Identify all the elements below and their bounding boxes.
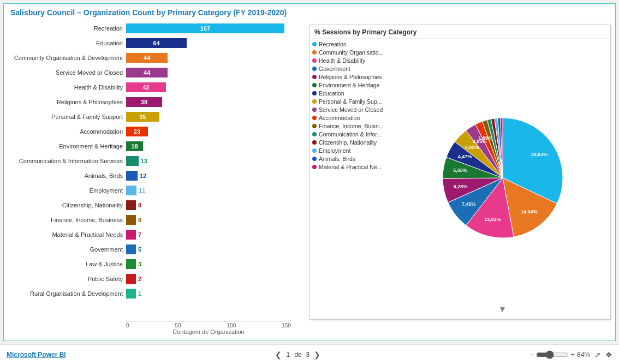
bar-wrap: 5 <box>126 244 293 254</box>
pie-dropdown-icon[interactable]: ▼ <box>498 305 507 314</box>
bar-row: Citizenship, Nationality8 <box>6 198 293 212</box>
bar-row: Religions & Philosophies38 <box>6 95 293 109</box>
zoom-plus[interactable]: + <box>571 351 575 359</box>
legend-dot <box>312 75 317 79</box>
bar-label: Public Safety <box>6 276 126 282</box>
bar-wrap: 8 <box>126 215 293 225</box>
next-page-button[interactable]: ❯ <box>314 350 320 359</box>
bar-row: Employment11 <box>6 183 293 198</box>
legend-dot <box>312 91 317 96</box>
legend-item: Finance, Income, Busin... <box>312 123 392 129</box>
bar-wrap: 44 <box>126 68 293 77</box>
bar-value-label: 18 <box>132 143 138 150</box>
pie-pct-label: 4,02% <box>465 144 479 150</box>
bar: 35 <box>126 112 159 122</box>
bar-row: Recreation167 <box>6 21 293 35</box>
pie-pct-label: 12,82% <box>484 217 501 222</box>
legend-dot <box>312 140 317 145</box>
main-content: Recreation167Education64Community Organi… <box>4 19 615 336</box>
bar: 12 <box>126 171 138 181</box>
bar-wrap: 167 <box>126 23 293 33</box>
chart-container: Salisbury Council – Organization Count b… <box>3 3 616 341</box>
brand-link[interactable]: Microsoft Power BI <box>7 351 66 359</box>
pie-pct-label: 1,89% <box>478 135 492 140</box>
bar-chart-area: Recreation167Education64Community Organi… <box>4 19 293 336</box>
legend-dot <box>312 165 317 169</box>
legend-text: Government <box>319 65 350 72</box>
bar-value-label: 13 <box>141 158 147 164</box>
bar-value-label: 12 <box>140 172 146 179</box>
legend-text: Employment <box>319 147 350 154</box>
outer-container: Salisbury Council – Organization Count b… <box>0 0 619 364</box>
bar-wrap: 42 <box>126 82 293 92</box>
bar: 7 <box>126 230 136 240</box>
bar-value-label: 38 <box>141 99 147 105</box>
legend-dot <box>312 67 317 71</box>
bar-label: Material & Practical Needs <box>6 231 126 238</box>
bar-row: Communication & Information Services13 <box>6 154 293 168</box>
bar-wrap: 7 <box>126 230 293 240</box>
legend-dot <box>312 42 317 46</box>
pie-pct-label: 7,45% <box>462 201 476 207</box>
legend-item: Accommodation <box>312 115 392 121</box>
legend-item: Health & Disability <box>312 57 392 64</box>
bar-row: Accommodation23 <box>6 124 293 139</box>
bar: 5 <box>126 244 136 254</box>
bar-value-label: 23 <box>134 128 140 135</box>
bar-row: Environment & Heritage18 <box>6 139 293 153</box>
bar-row: Health & Disability42 <box>6 80 293 94</box>
share-icon[interactable]: ➚ <box>594 350 601 359</box>
legend-text: Recreation <box>319 41 347 47</box>
bar-wrap: 23 <box>126 127 293 136</box>
bar-label: Law & Justice <box>6 261 126 267</box>
legend-item: Environment & Heritage <box>312 82 392 88</box>
pie-pct-label: 30,63% <box>531 152 547 157</box>
bar-wrap: 2 <box>126 274 293 284</box>
bar-label: Environment & Heritage <box>6 143 126 150</box>
legend-text: Communication & Infor... <box>319 131 382 138</box>
x-tick: 0 <box>126 323 129 329</box>
total-pages: 3 <box>306 351 310 359</box>
bar: 167 <box>126 23 284 33</box>
legend-dot <box>312 99 317 104</box>
legend-item: Education <box>312 90 392 97</box>
bar-row: Law & Justice3 <box>6 257 293 271</box>
bar-label: Accommodation <box>6 128 126 135</box>
legend-dot <box>312 116 317 120</box>
pie-card-title: % Sessions by Primary Category <box>310 25 610 39</box>
bar-label: Government <box>6 246 126 253</box>
bar-value-label: 44 <box>144 55 150 61</box>
bar-row: Community Organisation & Development44 <box>6 51 293 65</box>
pie-pct-label: 6,28% <box>453 184 467 189</box>
bar-value-label: 8 <box>138 202 141 208</box>
pie-card: % Sessions by Primary Category Recreatio… <box>310 25 611 320</box>
fullscreen-icon[interactable]: ❖ <box>605 350 612 359</box>
bar-wrap: 12 <box>126 171 293 181</box>
bar-value-label: 2 <box>138 276 141 282</box>
footer: Microsoft Power BI ❮ 1 de 3 ❯ − + 84% ➚ … <box>0 344 619 364</box>
zoom-slider[interactable] <box>536 350 569 359</box>
bar-wrap: 3 <box>126 259 293 269</box>
bar-label: Education <box>6 40 126 46</box>
zoom-minus[interactable]: − <box>530 351 534 359</box>
legend-item: Animals, Birds <box>312 156 392 162</box>
legend-text: Personal & Family Sup... <box>319 98 382 105</box>
bar-label: Finance, Income, Business <box>6 217 126 223</box>
prev-page-button[interactable]: ❮ <box>275 350 282 359</box>
bar-label: Communication & Information Services <box>6 158 126 164</box>
bar-value-label: 3 <box>138 261 141 267</box>
legend-dot <box>312 83 317 87</box>
x-tick: 150 <box>282 323 291 329</box>
pie-pct-label: 5,50% <box>453 167 467 172</box>
bar: 18 <box>126 141 143 151</box>
bar-label: Service Moved or Closed <box>6 69 126 76</box>
pagination: ❮ 1 de 3 ❯ <box>275 350 320 359</box>
bar-row: Personal & Family Support35 <box>6 110 293 124</box>
legend-text: Animals, Birds <box>319 156 355 162</box>
bar: 1 <box>126 289 136 299</box>
bar: 44 <box>126 53 168 63</box>
legend-dot <box>312 157 317 161</box>
pie-card-body: RecreationCommunity Organisatio...Health… <box>310 39 610 317</box>
bar-value-label: 64 <box>153 40 159 46</box>
bar-wrap: 11 <box>126 186 293 195</box>
